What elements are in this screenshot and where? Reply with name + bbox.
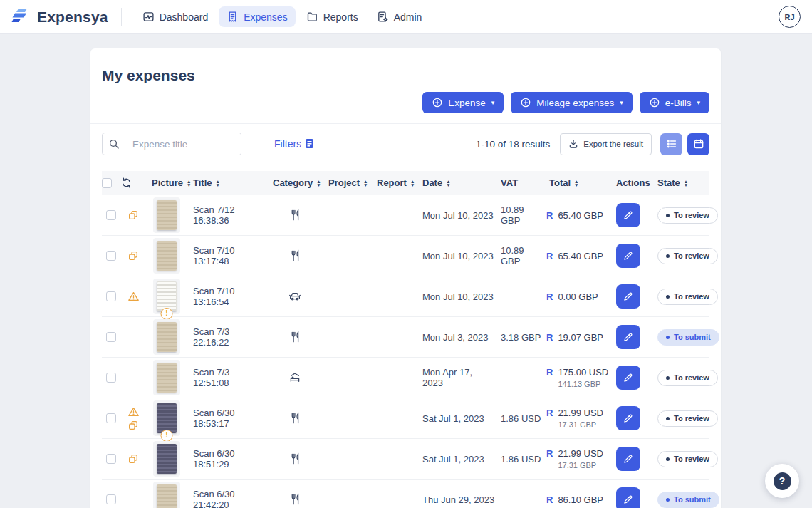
list-view-button[interactable] (660, 133, 682, 155)
warning-icon (127, 406, 140, 418)
export-button[interactable]: Export the result (560, 133, 652, 155)
table-row: ! Scan 7/10 13:16:54 Mon Jul 10, 2023 R … (102, 276, 709, 317)
avatar[interactable]: RJ (779, 6, 801, 28)
row-checkbox[interactable] (106, 291, 116, 301)
table-row: ! Scan 6/30 18:51:29 Sat Jul 1, 2023 1.8… (102, 439, 709, 480)
edit-expense-button[interactable] (616, 366, 640, 390)
nav-item-dashboard[interactable]: Dashboard (135, 6, 217, 27)
total-amount: 65.40 GBP (558, 251, 603, 261)
expense-title[interactable]: Scan 6/30 18:53:17 (187, 408, 267, 429)
row-checkbox[interactable] (106, 210, 116, 220)
receipt-thumbnail[interactable]: ! (153, 482, 180, 508)
brand[interactable]: Expensya (10, 6, 108, 28)
row-flags (120, 453, 146, 465)
state-badge[interactable]: To review (657, 451, 718, 467)
reimbursable-marker: R (546, 332, 553, 343)
row-checkbox[interactable] (106, 413, 116, 423)
row-checkbox[interactable] (106, 373, 116, 383)
help-button[interactable]: ? (765, 464, 799, 498)
state-badge[interactable]: To review (657, 410, 718, 427)
nav-item-reports[interactable]: Reports (298, 6, 366, 27)
receipt-thumbnail[interactable]: ! (153, 400, 180, 436)
receipt-thumbnail[interactable]: ! (153, 197, 180, 233)
row-checkbox[interactable] (106, 332, 116, 342)
select-all-checkbox[interactable] (102, 178, 112, 188)
category-cell (267, 371, 323, 384)
expense-title[interactable]: Scan 7/3 22:16:22 (187, 326, 267, 348)
warning-icon (127, 291, 140, 302)
pencil-icon (623, 494, 634, 505)
nav-item-expenses[interactable]: Expenses (219, 6, 295, 27)
state-badge[interactable]: To submit (657, 492, 719, 508)
edit-expense-button[interactable] (616, 487, 640, 508)
add-mileage-expenses-button[interactable]: Mileage expenses▾ (511, 92, 632, 113)
results-summary: 1-10 of 18 results (476, 139, 550, 150)
column-header-category[interactable]: Category▲▼ (267, 177, 323, 188)
calendar-view-button[interactable] (687, 133, 709, 155)
receipt-image (157, 484, 177, 508)
expense-vat: 3.18 GBP (495, 332, 543, 343)
expense-title[interactable]: Scan 6/30 18:51:29 (187, 448, 267, 470)
search-box (102, 133, 241, 155)
sort-icon[interactable]: ▲▼ (446, 180, 450, 187)
filters-link[interactable]: Filters (274, 138, 314, 150)
edit-expense-button[interactable] (616, 406, 640, 430)
table-body: ! Scan 7/12 16:38:36 Mon Jul 10, 2023 10… (102, 195, 709, 508)
edit-expense-button[interactable] (616, 284, 640, 309)
receipt-image (157, 200, 177, 230)
expense-date: Mon Apr 17, 2023 (417, 367, 495, 388)
edit-expense-button[interactable] (616, 244, 640, 268)
edit-expense-button[interactable] (616, 203, 640, 227)
row-flags (120, 250, 146, 261)
sort-icon[interactable]: ▲▼ (216, 180, 220, 187)
sort-icon[interactable]: ▲▼ (316, 180, 321, 187)
receipt-thumbnail[interactable]: ! (153, 319, 180, 355)
restaurant-icon (289, 249, 301, 262)
edit-expense-button[interactable] (616, 325, 640, 349)
receipt-thumbnail[interactable]: ! (153, 238, 180, 274)
sort-icon[interactable]: ▲▼ (574, 180, 578, 187)
search-icon[interactable] (103, 133, 125, 155)
receipt-thumbnail[interactable]: ! (153, 279, 180, 314)
column-header-title[interactable]: Title▲▼ (187, 177, 267, 188)
expense-title[interactable]: Scan 6/30 21:42:20 (187, 489, 267, 508)
row-checkbox[interactable] (106, 494, 116, 504)
sort-icon[interactable]: ▲▼ (684, 180, 688, 187)
state-badge[interactable]: To submit (657, 329, 719, 346)
column-header-state[interactable]: State▲▼ (652, 177, 709, 188)
sort-icon[interactable]: ▲▼ (410, 180, 415, 187)
category-cell (267, 249, 323, 262)
expense-title[interactable]: Scan 7/3 12:51:08 (187, 367, 267, 388)
sort-icon[interactable]: ▲▼ (363, 180, 368, 187)
column-header-project[interactable]: Project▲▼ (323, 177, 371, 188)
add-e-bills-button[interactable]: e-Bills▾ (640, 92, 709, 113)
table-row: ! Scan 7/10 13:17:48 Mon Jul 10, 2023 10… (102, 236, 709, 276)
restaurant-icon (289, 452, 301, 465)
state-label: To review (674, 292, 709, 301)
edit-expense-button[interactable] (616, 447, 640, 471)
total-amount: 0.00 GBP (558, 291, 598, 302)
row-checkbox[interactable] (106, 251, 116, 261)
add-expense-button[interactable]: Expense▾ (422, 92, 504, 113)
receipt-thumbnail[interactable]: ! (153, 441, 180, 477)
refresh-icon[interactable] (120, 177, 132, 189)
search-input[interactable] (125, 133, 241, 155)
column-header-total[interactable]: Total▲▼ (543, 177, 610, 188)
state-badge[interactable]: To review (657, 248, 718, 264)
receipt-thumbnail[interactable]: ! (153, 360, 180, 395)
reimbursable-marker: R (546, 408, 553, 418)
expense-title[interactable]: Scan 7/10 13:17:48 (187, 245, 267, 266)
row-checkbox[interactable] (106, 454, 116, 464)
column-header-picture[interactable]: Picture▲▼ (146, 177, 187, 188)
expense-title[interactable]: Scan 7/12 16:38:36 (187, 204, 267, 226)
column-header-date[interactable]: Date▲▼ (417, 177, 495, 188)
state-badge[interactable]: To review (657, 370, 718, 386)
expense-title[interactable]: Scan 7/10 13:16:54 (187, 286, 267, 307)
state-badge[interactable]: To review (657, 289, 718, 305)
nav-item-admin[interactable]: Admin (369, 6, 430, 27)
column-header-report[interactable]: Report▲▼ (371, 177, 417, 188)
state-badge[interactable]: To review (657, 207, 718, 224)
table-row: ! Scan 7/3 22:16:22 Mon Jul 3, 2023 3.18… (102, 317, 709, 358)
reimbursable-marker: R (546, 448, 553, 459)
state-label: To review (674, 252, 709, 260)
